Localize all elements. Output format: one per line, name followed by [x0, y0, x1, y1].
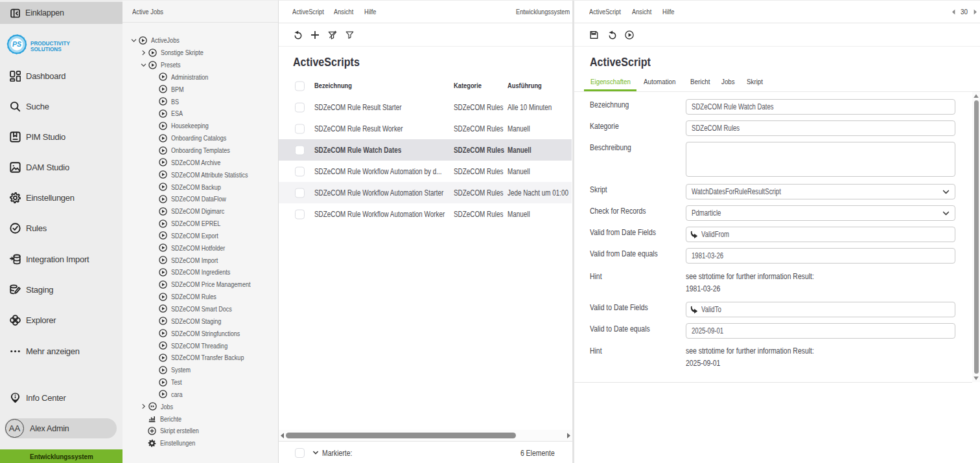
svg-text:PS: PS	[12, 40, 21, 48]
svg-text:SOLUTIONS: SOLUTIONS	[30, 45, 62, 52]
